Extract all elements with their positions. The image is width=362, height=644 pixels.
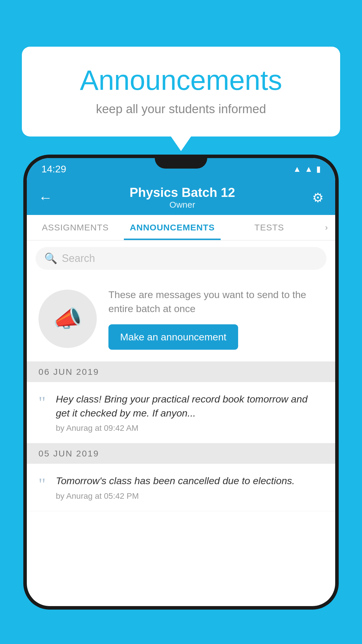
quote-icon-1: " <box>38 394 46 411</box>
tab-bar: ASSIGNMENTS ANNOUNCEMENTS TESTS › <box>27 215 335 241</box>
announcement-meta-2: by Anurag at 05:42 PM <box>56 491 324 501</box>
speech-bubble: Announcements keep all your students inf… <box>22 47 340 136</box>
prompt-description: These are messages you want to send to t… <box>108 288 324 316</box>
speech-bubble-container: Announcements keep all your students inf… <box>22 47 340 136</box>
megaphone-circle: 📣 <box>38 290 97 348</box>
battery-icon: ▮ <box>316 164 321 174</box>
announcement-content-2: Tomorrow's class has been cancelled due … <box>56 474 324 501</box>
phone-outer: 14:29 ▲ ▲ ▮ ← Physics Batch 12 Owner ⚙ <box>23 155 339 610</box>
app-header: ← Physics Batch 12 Owner ⚙ <box>27 180 335 215</box>
prompt-right: These are messages you want to send to t… <box>108 288 324 350</box>
megaphone-icon: 📣 <box>53 305 82 332</box>
date-separator-2: 05 JUN 2019 <box>27 443 335 464</box>
tab-announcements[interactable]: ANNOUNCEMENTS <box>124 215 221 240</box>
announcement-item-2[interactable]: " Tomorrow's class has been cancelled du… <box>27 464 335 511</box>
search-container: 🔍 Search <box>27 241 335 276</box>
status-icons: ▲ ▲ ▮ <box>293 164 321 174</box>
tab-assignments[interactable]: ASSIGNMENTS <box>27 215 124 240</box>
settings-button[interactable]: ⚙ <box>312 190 324 205</box>
search-icon: 🔍 <box>44 252 57 265</box>
phone-notch <box>155 155 207 169</box>
announcement-item-1[interactable]: " Hey class! Bring your practical record… <box>27 382 335 443</box>
date-separator-1: 06 JUN 2019 <box>27 362 335 382</box>
announcement-text-2: Tomorrow's class has been cancelled due … <box>56 474 324 488</box>
header-center: Physics Batch 12 Owner <box>130 185 235 210</box>
announcement-content-1: Hey class! Bring your practical record b… <box>56 392 324 433</box>
status-time: 14:29 <box>41 163 66 175</box>
search-bar[interactable]: 🔍 Search <box>36 247 326 270</box>
speech-bubble-title: Announcements <box>45 64 317 96</box>
phone-container: 14:29 ▲ ▲ ▮ ← Physics Batch 12 Owner ⚙ <box>23 155 339 644</box>
quote-icon-2: " <box>38 475 46 493</box>
tab-more[interactable]: › <box>318 215 335 240</box>
search-placeholder: Search <box>62 252 95 265</box>
header-subtitle: Owner <box>130 200 235 210</box>
tab-tests[interactable]: TESTS <box>221 215 318 240</box>
phone-screen: 14:29 ▲ ▲ ▮ ← Physics Batch 12 Owner ⚙ <box>27 158 335 606</box>
speech-bubble-subtitle: keep all your students informed <box>45 102 317 116</box>
make-announcement-button[interactable]: Make an announcement <box>108 324 238 350</box>
back-button[interactable]: ← <box>38 190 52 206</box>
signal-icon: ▲ <box>305 164 313 174</box>
announcement-text-1: Hey class! Bring your practical record b… <box>56 392 324 420</box>
announcement-prompt: 📣 These are messages you want to send to… <box>27 276 335 362</box>
announcement-meta-1: by Anurag at 09:42 AM <box>56 424 324 433</box>
wifi-icon: ▲ <box>293 164 301 174</box>
header-title: Physics Batch 12 <box>130 185 235 200</box>
